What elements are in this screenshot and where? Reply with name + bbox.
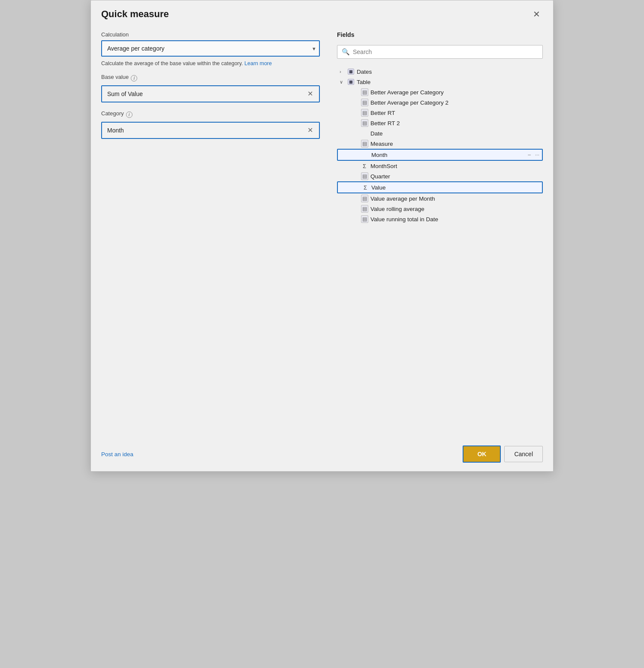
measure-icon: ▤ — [361, 120, 368, 126]
tree-item-label: Better RT 2 — [370, 120, 400, 126]
month-more-icon[interactable]: ··· — [535, 152, 539, 158]
tree-item-better-rt-2[interactable]: ▤Better RT 2 — [337, 118, 543, 128]
tree-item-better-avg-cat[interactable]: ▤Better Average per Category — [337, 87, 543, 97]
cancel-button[interactable]: Cancel — [504, 446, 543, 462]
tree-item-label: Month — [371, 152, 388, 158]
tree-item-better-rt[interactable]: ▤Better RT — [337, 108, 543, 118]
none-icon — [361, 130, 368, 137]
calc-description: Calculate the average of the base value … — [101, 60, 320, 68]
table-icon: ▦ — [347, 68, 355, 75]
month-actions: –··· — [528, 152, 539, 158]
fields-label: Fields — [337, 31, 543, 38]
tree-item-label: Table — [357, 79, 370, 85]
measure-icon: ▤ — [361, 205, 368, 212]
dialog-footer: Post an idea OK Cancel — [91, 439, 553, 471]
tree-item-value[interactable]: ΣValue — [337, 181, 543, 193]
fields-tree: ›▦Dates∨▦Table▤Better Average per Catego… — [337, 66, 543, 224]
left-panel: Calculation Average per category ▾ Calcu… — [101, 31, 320, 434]
base-value-info-icon: i — [131, 75, 137, 81]
post-idea-link[interactable]: Post an idea — [101, 451, 133, 457]
tree-item-better-avg-cat-2[interactable]: ▤Better Average per Category 2 — [337, 97, 543, 108]
sigma-icon: Σ — [361, 184, 369, 191]
measure-icon: ▤ — [361, 99, 368, 106]
tree-item-label: Better RT — [370, 110, 395, 116]
tree-item-label: Better Average per Category — [370, 89, 444, 96]
search-input[interactable] — [353, 48, 538, 55]
sigma-icon: Σ — [361, 162, 368, 169]
tree-item-value-running[interactable]: ▤Value running total in Date — [337, 214, 543, 224]
category-label-row: Category i — [101, 110, 320, 119]
dialog-header: Quick measure ✕ — [91, 0, 553, 24]
calculation-select[interactable]: Average per category — [101, 40, 320, 57]
quick-measure-dialog: Quick measure ✕ Calculation Average per … — [90, 0, 554, 472]
dialog-title: Quick measure — [101, 9, 169, 20]
base-value-text: Sum of Value — [107, 90, 143, 97]
measure-icon: ▤ — [361, 109, 368, 116]
tree-item-label: Dates — [357, 69, 372, 75]
tree-item-measure[interactable]: ▤Measure — [337, 138, 543, 149]
category-box: Month ✕ — [101, 122, 320, 139]
calculation-section: Calculation Average per category ▾ Calcu… — [101, 31, 320, 68]
tree-item-month[interactable]: Month–··· — [337, 149, 543, 161]
base-value-label: Base value — [101, 74, 129, 80]
expand-icon: ∨ — [340, 79, 345, 85]
tree-item-label: Date — [370, 130, 383, 137]
tree-item-monthsort[interactable]: ΣMonthSort — [337, 161, 543, 171]
measure-icon: ▤ — [361, 89, 368, 96]
category-text: Month — [107, 127, 124, 134]
category-section: Category i Month ✕ — [101, 110, 320, 139]
tree-item-date[interactable]: Date — [337, 128, 543, 138]
category-label: Category — [101, 110, 124, 117]
base-value-section: Base value i Sum of Value ✕ — [101, 74, 320, 102]
base-value-label-row: Base value i — [101, 74, 320, 83]
ok-button[interactable]: OK — [463, 445, 501, 463]
right-panel: Fields 🔍 ›▦Dates∨▦Table▤Better Average p… — [337, 31, 543, 434]
month-dash-icon[interactable]: – — [528, 152, 531, 158]
tree-item-label: Better Average per Category 2 — [370, 99, 448, 106]
tree-item-label: Quarter — [370, 173, 390, 180]
search-box: 🔍 — [337, 45, 543, 59]
tree-item-table[interactable]: ∨▦Table — [337, 77, 543, 87]
measure-icon: ▤ — [361, 140, 368, 147]
calculation-label: Calculation — [101, 31, 320, 38]
none-icon — [361, 151, 369, 158]
measure-icon: ▤ — [361, 216, 368, 223]
tree-item-label: MonthSort — [370, 163, 397, 169]
learn-more-link[interactable]: Learn more — [244, 60, 272, 66]
tree-item-label: Value rolling average — [370, 206, 424, 212]
tree-item-label: Value — [371, 184, 386, 191]
base-value-box: Sum of Value ✕ — [101, 85, 320, 102]
category-clear-button[interactable]: ✕ — [307, 127, 314, 134]
table-icon: ▦ — [347, 78, 355, 85]
tree-item-label: Value running total in Date — [370, 216, 438, 223]
expand-icon: › — [340, 69, 345, 74]
tree-item-value-avg-month[interactable]: ▤Value average per Month — [337, 193, 543, 204]
tree-item-label: Value average per Month — [370, 196, 435, 202]
search-icon: 🔍 — [342, 48, 350, 56]
category-info-icon: i — [126, 111, 132, 118]
tree-item-value-rolling[interactable]: ▤Value rolling average — [337, 204, 543, 214]
measure-icon: ▤ — [361, 173, 368, 180]
tree-item-label: Measure — [370, 141, 393, 147]
tree-item-quarter[interactable]: ▤Quarter — [337, 171, 543, 181]
measure-icon: ▤ — [361, 195, 368, 202]
dialog-body: Calculation Average per category ▾ Calcu… — [91, 24, 553, 439]
close-button[interactable]: ✕ — [530, 8, 543, 20]
calculation-dropdown-wrapper: Average per category ▾ — [101, 40, 320, 57]
tree-item-dates[interactable]: ›▦Dates — [337, 66, 543, 77]
base-value-clear-button[interactable]: ✕ — [307, 90, 314, 97]
footer-buttons: OK Cancel — [463, 445, 543, 463]
